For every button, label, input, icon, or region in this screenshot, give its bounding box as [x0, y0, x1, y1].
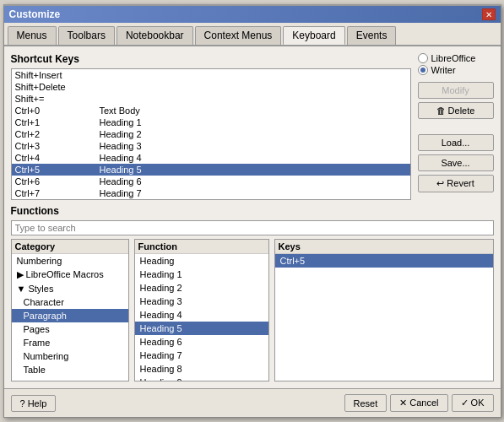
tab-menus[interactable]: Menus	[8, 26, 57, 45]
shortcut-key: Shift+Delete	[15, 82, 100, 92]
load-button[interactable]: Load...	[418, 134, 494, 151]
shortcut-func: Heading 6	[100, 176, 407, 187]
function-item[interactable]: Heading 2	[135, 281, 268, 295]
radio-item-libreoffice[interactable]: LibreOffice	[418, 53, 494, 63]
key-item[interactable]: Ctrl+5	[275, 254, 493, 268]
right-panel: LibreOfficeWriter Modify 🗑 Delete Load..…	[418, 53, 494, 200]
shortcut-func	[100, 70, 407, 80]
shortcut-func: Text Body	[100, 106, 407, 116]
shortcut-func: Heading 1	[100, 117, 407, 127]
function-item[interactable]: Heading 9	[135, 376, 268, 381]
shortcut-func: Heading 4	[100, 153, 407, 163]
radio-label: LibreOffice	[431, 53, 476, 63]
function-item[interactable]: Heading 6	[135, 335, 268, 349]
category-item[interactable]: Pages	[12, 322, 128, 336]
shortcut-row[interactable]: Shift+Insert	[12, 69, 410, 81]
shortcut-key: Ctrl+7	[15, 188, 100, 198]
shortcut-func: Heading 5	[100, 165, 407, 175]
shortcut-key: Shift+=	[15, 94, 100, 104]
category-list[interactable]: Numbering▶ LibreOffice Macros▼ StylesCha…	[12, 254, 128, 381]
top-section: Shortcut Keys Shift+InsertShift+DeleteSh…	[11, 53, 494, 200]
bottom-section: Category Numbering▶ LibreOffice Macros▼ …	[11, 239, 494, 381]
radio-circle	[418, 65, 428, 75]
shortcut-list[interactable]: Shift+InsertShift+DeleteShift+=Ctrl+0Tex…	[12, 69, 410, 199]
shortcut-row[interactable]: Ctrl+1Heading 1	[12, 116, 410, 128]
category-item[interactable]: Numbering	[12, 254, 128, 268]
footer-right: Reset ✕ Cancel ✓ OK	[344, 394, 494, 412]
shortcut-func	[100, 82, 407, 92]
shortcut-key: Ctrl+4	[15, 153, 100, 163]
shortcut-key: Shift+Insert	[15, 70, 100, 80]
tab-toolbars[interactable]: Toolbars	[58, 26, 115, 45]
category-panel: Category Numbering▶ LibreOffice Macros▼ …	[11, 239, 129, 381]
customize-dialog: Customize ✕ MenusToolbarsNotebookbarCont…	[3, 4, 501, 418]
footer-left: ? Help	[11, 395, 57, 412]
shortcut-row[interactable]: Ctrl+5Heading 5	[12, 164, 410, 176]
radio-group: LibreOfficeWriter	[418, 53, 494, 75]
shortcut-keys-label: Shortcut Keys	[11, 53, 411, 65]
shortcut-func: Heading 2	[100, 129, 407, 139]
shortcut-row[interactable]: Ctrl+0Text Body	[12, 105, 410, 116]
modify-button[interactable]: Modify	[418, 82, 494, 99]
shortcut-row[interactable]: Shift+=	[12, 93, 410, 105]
tab-notebookbar[interactable]: Notebookbar	[117, 26, 193, 45]
revert-button[interactable]: ↩ Revert	[418, 175, 494, 192]
tab-events[interactable]: Events	[347, 26, 397, 45]
keys-list[interactable]: Ctrl+5	[275, 254, 493, 381]
shortcut-key: Ctrl+5	[15, 165, 100, 175]
category-item[interactable]: ▼ Styles	[12, 282, 128, 295]
function-panel: Function HeadingHeading 1Heading 2Headin…	[134, 239, 269, 381]
help-button[interactable]: ? Help	[11, 395, 57, 412]
category-item[interactable]: Table	[12, 363, 128, 376]
close-button[interactable]: ✕	[482, 8, 496, 20]
radio-circle	[418, 53, 428, 63]
radio-item-writer[interactable]: Writer	[418, 65, 494, 75]
footer: ? Help Reset ✕ Cancel ✓ OK	[4, 388, 501, 417]
tab-bar: MenusToolbarsNotebookbarContext MenusKey…	[4, 23, 501, 46]
shortcut-key: Ctrl+2	[15, 129, 100, 139]
search-input[interactable]	[11, 220, 494, 235]
shortcut-row[interactable]: Ctrl+4Heading 4	[12, 152, 410, 164]
reset-button[interactable]: Reset	[344, 394, 387, 412]
function-item[interactable]: Heading 1	[135, 268, 268, 281]
category-item[interactable]: ▶ LibreOffice Macros	[12, 268, 128, 282]
tab-keyboard[interactable]: Keyboard	[283, 26, 344, 45]
function-item[interactable]: Heading 8	[135, 362, 268, 376]
keys-header: Keys	[275, 240, 493, 254]
function-item[interactable]: Heading 5	[135, 322, 268, 335]
shortcut-key: Ctrl+6	[15, 176, 100, 187]
shortcut-key: Ctrl+1	[15, 117, 100, 127]
category-item[interactable]: Numbering	[12, 349, 128, 363]
save-button[interactable]: Save...	[418, 154, 494, 171]
category-item[interactable]: Character	[12, 295, 128, 309]
shortcut-func: Heading 7	[100, 188, 407, 198]
shortcut-key: Ctrl+3	[15, 141, 100, 151]
category-item[interactable]: Paragraph	[12, 309, 128, 322]
dialog-title: Customize	[9, 8, 61, 20]
function-item[interactable]: Heading	[135, 254, 268, 268]
functions-section: Functions Category Numbering▶ LibreOffic…	[11, 205, 494, 381]
keys-panel: Keys Ctrl+5	[274, 239, 494, 381]
title-bar: Customize ✕	[4, 6, 501, 23]
function-header: Function	[135, 240, 268, 254]
category-header: Category	[12, 240, 128, 254]
ok-button[interactable]: ✓ OK	[452, 394, 494, 412]
radio-label: Writer	[431, 65, 456, 75]
function-item[interactable]: Heading 4	[135, 308, 268, 322]
tab-context-menus[interactable]: Context Menus	[195, 26, 282, 45]
delete-button[interactable]: 🗑 Delete	[418, 102, 494, 119]
functions-label: Functions	[11, 205, 494, 217]
function-item[interactable]: Heading 7	[135, 349, 268, 362]
shortcut-func	[100, 94, 407, 104]
shortcut-row[interactable]: Shift+Delete	[12, 81, 410, 93]
content-area: Shortcut Keys Shift+InsertShift+DeleteSh…	[4, 46, 501, 388]
shortcut-row[interactable]: Ctrl+6Heading 6	[12, 176, 410, 187]
function-list[interactable]: HeadingHeading 1Heading 2Heading 3Headin…	[135, 254, 268, 381]
function-item[interactable]: Heading 3	[135, 295, 268, 308]
shortcut-panel: Shift+InsertShift+DeleteShift+=Ctrl+0Tex…	[11, 68, 411, 200]
category-item[interactable]: Frame	[12, 336, 128, 349]
shortcut-row[interactable]: Ctrl+7Heading 7	[12, 187, 410, 199]
shortcut-row[interactable]: Ctrl+3Heading 3	[12, 140, 410, 152]
cancel-button[interactable]: ✕ Cancel	[390, 394, 447, 412]
shortcut-row[interactable]: Ctrl+2Heading 2	[12, 128, 410, 140]
